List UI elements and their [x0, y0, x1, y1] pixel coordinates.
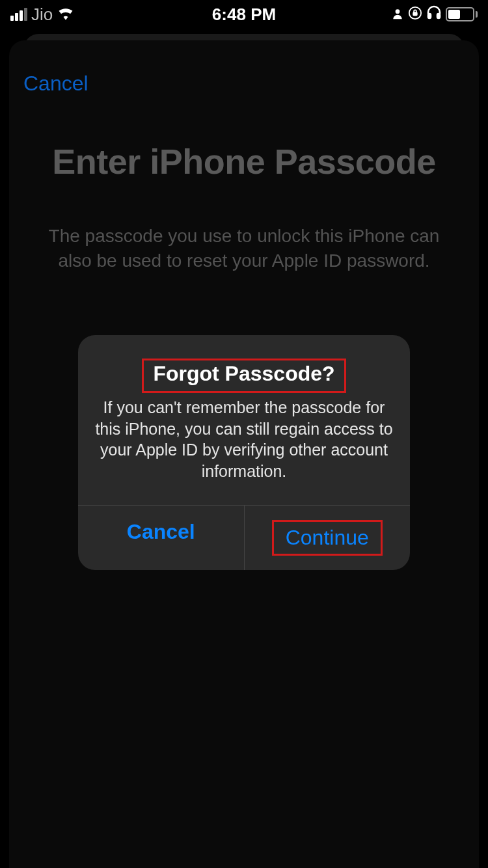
- headphones-icon: [426, 5, 442, 25]
- status-right: [391, 5, 478, 25]
- svg-point-0: [396, 9, 400, 14]
- highlight-box: Forgot Passcode?: [142, 359, 346, 393]
- status-time: 6:48 PM: [212, 5, 276, 25]
- svg-rect-4: [437, 14, 440, 18]
- alert-content: Forgot Passcode? If you can't remember t…: [78, 335, 410, 505]
- person-icon: [391, 5, 404, 25]
- alert-buttons: Cancel Continue: [78, 505, 410, 570]
- carrier-label: Jio: [31, 5, 53, 25]
- continue-label: Continue: [286, 526, 369, 549]
- alert-cancel-button[interactable]: Cancel: [78, 506, 245, 570]
- cancel-button[interactable]: Cancel: [23, 72, 88, 96]
- signal-icon: [10, 8, 27, 21]
- alert-continue-button[interactable]: Continue: [245, 506, 411, 570]
- svg-rect-2: [413, 12, 417, 16]
- battery-icon: [446, 7, 478, 21]
- wifi-icon: [57, 5, 75, 25]
- orientation-lock-icon: [408, 5, 422, 25]
- alert-dialog: Forgot Passcode? If you can't remember t…: [78, 335, 410, 570]
- alert-title: Forgot Passcode?: [153, 362, 334, 386]
- status-left: Jio: [10, 5, 75, 25]
- svg-rect-3: [428, 14, 431, 18]
- page-description: The passcode you use to unlock this iPho…: [9, 224, 479, 273]
- highlight-box: Continue: [272, 520, 383, 556]
- page-title: Enter iPhone Passcode: [9, 141, 479, 182]
- alert-message: If you can't remember the passcode for t…: [95, 397, 393, 481]
- status-bar: Jio 6:48 PM: [0, 0, 488, 29]
